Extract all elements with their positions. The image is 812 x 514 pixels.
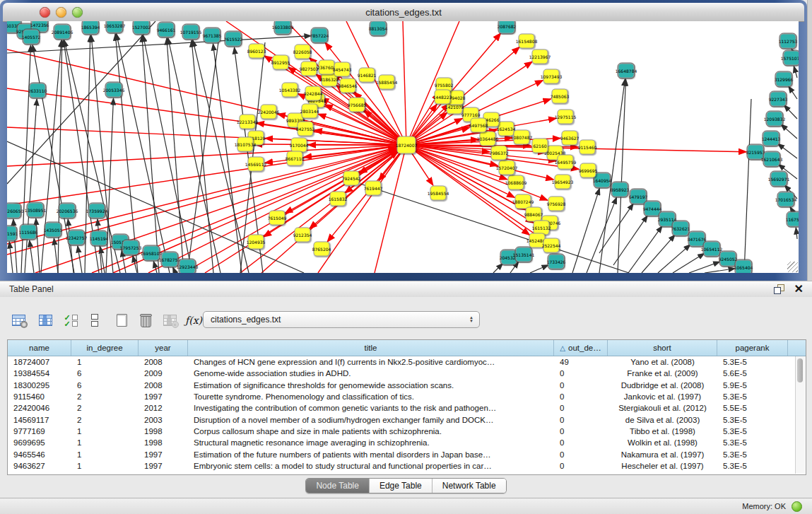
- graph-node[interactable]: 1112753: [780, 34, 796, 49]
- graph-node[interactable]: 1435051: [45, 223, 61, 238]
- cell[interactable]: 18724007: [8, 358, 71, 366]
- graph-node[interactable]: 8226058: [295, 45, 311, 59]
- column-header-name[interactable]: name: [8, 340, 71, 356]
- cell[interactable]: Tourette syndrome. Phenomenology and cla…: [188, 392, 554, 401]
- cell[interactable]: 9465546: [8, 450, 71, 459]
- cell[interactable]: Stergiakouli et al. (2012): [608, 404, 717, 412]
- graph-node[interactable]: 1145194: [91, 231, 107, 246]
- cell[interactable]: 18300295: [8, 381, 71, 390]
- cell[interactable]: 5.3E-5: [717, 358, 788, 366]
- graph-node[interactable]: 1865394: [83, 21, 99, 35]
- graph-node[interactable]: 9699695: [580, 163, 596, 178]
- table-settings-icon[interactable]: [9, 311, 28, 329]
- table-row[interactable]: 1872400712008Changes of HCN gene express…: [8, 356, 806, 368]
- graph-node[interactable]: 9846546: [340, 78, 356, 93]
- cell[interactable]: Hescheler et al. (1997): [608, 462, 717, 470]
- graph-node[interactable]: 10807487: [514, 130, 530, 145]
- graph-node[interactable]: 1733426: [548, 255, 565, 269]
- cell[interactable]: 1997: [139, 450, 188, 459]
- cell[interactable]: 0: [554, 450, 608, 459]
- cell[interactable]: 14569117: [8, 416, 71, 424]
- graph-node[interactable]: 9242844: [305, 86, 322, 101]
- graph-node[interactable]: 1624534: [498, 122, 514, 136]
- graph-node[interactable]: 12975115: [558, 110, 574, 124]
- graph-node[interactable]: 1405572: [23, 30, 40, 45]
- graph-node[interactable]: 7485063: [552, 89, 568, 104]
- cell[interactable]: 1: [71, 427, 139, 436]
- graph-node[interactable]: 1615832: [330, 192, 346, 206]
- tab-node-table[interactable]: Node Table: [306, 479, 370, 493]
- delete-table-icon[interactable]: [136, 311, 155, 329]
- graph-node[interactable]: 17016534: [778, 192, 794, 207]
- graph-node[interactable]: 16958107: [143, 246, 160, 261]
- graph-node[interactable]: 1244413: [763, 132, 779, 146]
- cell[interactable]: 6: [71, 369, 139, 378]
- graph-node[interactable]: 1167531: [787, 212, 799, 227]
- graph-node[interactable]: 1527002: [134, 21, 150, 35]
- select-rows-icon[interactable]: ✓ ✓: [61, 311, 80, 329]
- cell[interactable]: 1998: [139, 438, 188, 447]
- graph-node[interactable]: 8912955: [273, 55, 289, 70]
- cell[interactable]: 5.3E-5: [717, 392, 788, 401]
- graph-node[interactable]: 1065404: [736, 260, 752, 274]
- graph-node[interactable]: 16154808: [519, 34, 535, 49]
- graph-node[interactable]: 13508951: [28, 203, 44, 218]
- table-row[interactable]: 911546021997Tourette syndrome. Phenomeno…: [8, 391, 806, 402]
- tab-edge-table[interactable]: Edge Table: [370, 479, 433, 493]
- cell[interactable]: 9777169: [8, 427, 71, 436]
- column-header-out_de[interactable]: △out_de…: [554, 340, 608, 356]
- graph-node[interactable]: 8960123: [249, 44, 265, 59]
- graph-node[interactable]: 62160: [532, 139, 548, 153]
- graph-node[interactable]: 1640954: [594, 173, 611, 188]
- graph-node[interactable]: 9466161: [158, 23, 175, 37]
- cell[interactable]: Genome-wide association studies in ADHD.: [188, 369, 554, 378]
- graph-node[interactable]: 7615049: [269, 211, 286, 226]
- cell[interactable]: 2009: [139, 369, 188, 378]
- cell[interactable]: Changes of HCN gene expression and I(f) …: [188, 358, 554, 366]
- cell[interactable]: 5.3E-5: [717, 450, 788, 459]
- memory-status-icon[interactable]: [792, 501, 802, 512]
- graph-node[interactable]: 15135141: [516, 247, 532, 262]
- cell[interactable]: 9463627: [8, 462, 71, 470]
- scrollbar-thumb[interactable]: [797, 358, 803, 382]
- cell[interactable]: 1998: [139, 427, 188, 436]
- graph-node[interactable]: 17957253: [123, 240, 139, 255]
- column-header-in_degree[interactable]: in_degree: [71, 340, 139, 356]
- cell[interactable]: 2008: [139, 381, 188, 390]
- graph-node[interactable]: 20364486: [480, 132, 496, 146]
- cell[interactable]: 0: [554, 369, 608, 378]
- graph-node[interactable]: 7615522: [225, 32, 242, 47]
- graph-node[interactable]: 9827503: [301, 62, 317, 76]
- graph-node[interactable]: 2803144: [302, 104, 318, 119]
- graph-node[interactable]: 16648784: [618, 64, 635, 78]
- graph-node[interactable]: 6479197: [630, 189, 647, 204]
- table-row[interactable]: 969969511998Structural magnetic resonanc…: [8, 437, 806, 448]
- graph-node[interactable]: 10654112: [704, 242, 720, 257]
- graph-node[interactable]: 9671385: [204, 28, 220, 43]
- cell[interactable]: 1997: [139, 462, 188, 470]
- graph-node[interactable]: 3129966: [776, 72, 792, 87]
- graph-node[interactable]: 16782759: [162, 252, 178, 267]
- column-header-short[interactable]: short: [608, 340, 717, 356]
- graph-node[interactable]: 14569117: [248, 157, 264, 172]
- cell[interactable]: 0: [554, 462, 608, 470]
- cell[interactable]: Estimation of significance thresholds fo…: [188, 381, 554, 390]
- graph-node[interactable]: 9115460: [579, 140, 596, 155]
- graph-node[interactable]: 10653287: [107, 21, 123, 33]
- cell[interactable]: 2012: [139, 404, 188, 412]
- graph-node[interactable]: 15885454: [379, 75, 395, 90]
- table-row[interactable]: 1830029562008Estimation of significance …: [8, 380, 806, 391]
- graph-node[interactable]: 9227343: [770, 92, 787, 107]
- graph-node[interactable]: 1204935: [248, 235, 264, 250]
- graph-node[interactable]: 7619447: [365, 181, 382, 196]
- graph-node[interactable]: 12923448: [180, 259, 196, 274]
- cell[interactable]: Corpus callosum shape and size in male p…: [188, 427, 554, 436]
- graph-node[interactable]: 7857224: [312, 28, 328, 43]
- network-canvas[interactable]: 1603380925305414723561405572208914061865…: [7, 21, 799, 273]
- column-header-title[interactable]: title: [188, 340, 554, 356]
- cell[interactable]: Yano et al. (2008): [608, 358, 717, 366]
- cell[interactable]: Wolkin et al. (1998): [608, 438, 717, 447]
- graph-node[interactable]: 18724007: [397, 136, 416, 154]
- network-window-titlebar[interactable]: citations_edges.txt: [3, 3, 804, 22]
- table-row[interactable]: 977716911998Corpus callosum shape and si…: [8, 426, 806, 437]
